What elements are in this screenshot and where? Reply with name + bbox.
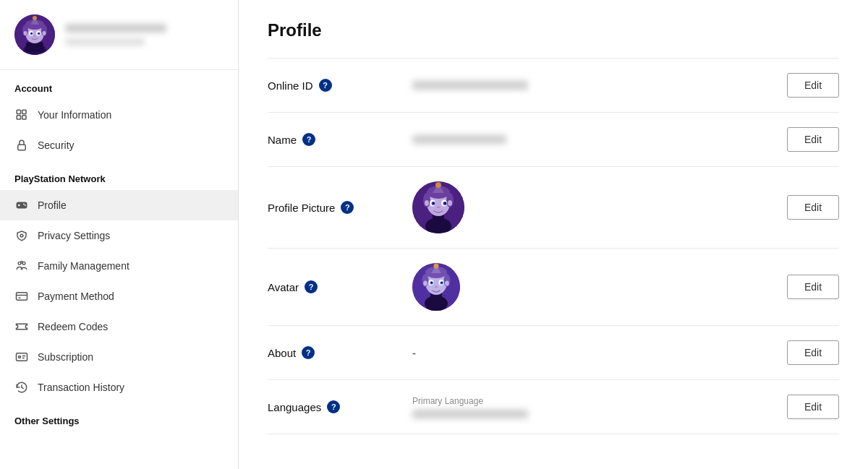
svg-point-12 — [31, 33, 33, 34]
svg-point-28 — [25, 205, 26, 206]
svg-rect-20 — [17, 116, 20, 119]
svg-point-16 — [43, 31, 46, 35]
sidebar-item-your-information[interactable]: Your Information — [0, 100, 238, 130]
about-dash: - — [412, 347, 416, 359]
profile-picture-help-icon[interactable]: ? — [341, 201, 354, 214]
online-id-edit: Edit — [787, 73, 839, 98]
name-value — [398, 135, 787, 144]
profile-picture-label: Profile Picture ? — [268, 201, 398, 214]
about-label: About ? — [268, 346, 398, 359]
ticket-icon — [14, 319, 29, 334]
name-help-icon[interactable]: ? — [302, 133, 315, 146]
sidebar-item-security-label: Security — [38, 139, 75, 151]
svg-rect-26 — [19, 205, 20, 207]
profile-picture-edit: Edit — [787, 195, 839, 220]
svg-point-32 — [21, 261, 23, 263]
sidebar-item-payment-method[interactable]: Payment Method — [0, 281, 238, 311]
name-row: Name ? Edit — [268, 112, 839, 166]
svg-point-18 — [33, 16, 37, 20]
sidebar-item-privacy-settings[interactable]: Privacy Settings — [0, 220, 238, 251]
user-avatar — [14, 14, 55, 55]
about-help-icon[interactable]: ? — [302, 346, 315, 359]
subscription-icon — [14, 350, 29, 364]
avatar-label: Avatar ? — [268, 280, 398, 293]
svg-rect-33 — [17, 293, 27, 301]
person-icon — [14, 108, 29, 122]
profile-picture-edit-button[interactable]: Edit — [787, 195, 839, 220]
avatar-row: Avatar ? — [268, 248, 839, 325]
profile-picture-row: Profile Picture ? — [268, 166, 839, 248]
about-row: About ? - Edit — [268, 325, 839, 379]
username-blur — [65, 24, 166, 33]
svg-point-73 — [435, 286, 438, 288]
languages-row: Languages ? Primary Language Edit — [268, 379, 839, 434]
languages-help-icon[interactable]: ? — [327, 400, 340, 413]
languages-value: Primary Language — [398, 396, 787, 418]
about-edit-button[interactable]: Edit — [787, 340, 839, 365]
online-id-edit-button[interactable]: Edit — [787, 73, 839, 98]
svg-rect-2 — [26, 42, 43, 52]
about-edit: Edit — [787, 340, 839, 365]
avatar-help-icon[interactable]: ? — [305, 280, 318, 293]
svg-point-54 — [437, 207, 440, 209]
name-edit-button[interactable]: Edit — [787, 127, 839, 152]
credit-card-icon — [14, 289, 29, 304]
sidebar-item-redeem-codes-label: Redeem Codes — [38, 321, 108, 332]
svg-point-27 — [23, 204, 25, 205]
gamepad-icon — [14, 198, 29, 212]
languages-label: Languages ? — [268, 400, 398, 413]
name-edit: Edit — [787, 127, 839, 152]
name-blur — [412, 135, 506, 144]
online-id-label: Online ID ? — [268, 79, 398, 92]
svg-point-72 — [441, 282, 443, 283]
psn-section-label: PlayStation Network — [0, 160, 238, 190]
main-content: Profile Online ID ? Edit Name ? Edit Pro… — [239, 0, 868, 469]
language-blur — [412, 410, 528, 418]
svg-point-14 — [34, 35, 36, 37]
sidebar-item-transaction-history[interactable]: Transaction History — [0, 372, 238, 403]
other-settings-section-label: Other Settings — [0, 403, 238, 432]
languages-edit: Edit — [787, 395, 839, 419]
about-value: - — [398, 347, 787, 359]
sidebar: Account Your Information Security PlaySt… — [0, 0, 239, 469]
user-sub-blur — [65, 38, 145, 46]
svg-point-37 — [19, 356, 21, 358]
svg-point-15 — [24, 31, 27, 35]
sidebar-item-your-information-label: Your Information — [38, 109, 111, 121]
lock-icon — [14, 138, 29, 152]
online-id-row: Online ID ? Edit — [268, 58, 839, 112]
sidebar-item-profile[interactable]: Profile — [0, 190, 238, 220]
svg-point-13 — [38, 33, 40, 34]
sidebar-item-family-management-label: Family Management — [38, 260, 129, 272]
sidebar-user-info — [65, 24, 166, 46]
sidebar-item-profile-label: Profile — [38, 199, 67, 211]
languages-edit-button[interactable]: Edit — [787, 395, 839, 419]
account-section-label: Account — [0, 70, 238, 100]
profile-picture-value — [398, 181, 787, 233]
svg-point-52 — [433, 202, 434, 204]
profile-picture-image — [412, 181, 464, 233]
svg-rect-19 — [17, 110, 20, 113]
sidebar-item-subscription-label: Subscription — [38, 351, 93, 363]
svg-point-55 — [425, 200, 429, 206]
svg-rect-22 — [22, 116, 26, 119]
languages-col: Primary Language — [412, 396, 528, 418]
avatar-edit: Edit — [787, 275, 839, 299]
sidebar-header — [0, 0, 238, 70]
name-label: Name ? — [268, 133, 398, 146]
sidebar-item-privacy-settings-label: Privacy Settings — [38, 230, 110, 241]
avatar-edit-button[interactable]: Edit — [787, 275, 839, 299]
svg-point-58 — [435, 182, 441, 188]
online-id-help-icon[interactable]: ? — [319, 79, 332, 92]
svg-point-56 — [448, 200, 452, 206]
sidebar-item-security[interactable]: Security — [0, 130, 238, 160]
sidebar-item-transaction-history-label: Transaction History — [38, 382, 124, 393]
svg-rect-21 — [22, 110, 26, 113]
svg-point-77 — [434, 264, 439, 269]
sidebar-item-subscription[interactable]: Subscription — [0, 342, 238, 372]
sidebar-item-family-management[interactable]: Family Management — [0, 251, 238, 281]
svg-rect-23 — [18, 145, 26, 150]
svg-point-53 — [444, 202, 446, 204]
sidebar-item-redeem-codes[interactable]: Redeem Codes — [0, 311, 238, 342]
family-icon — [14, 259, 29, 273]
